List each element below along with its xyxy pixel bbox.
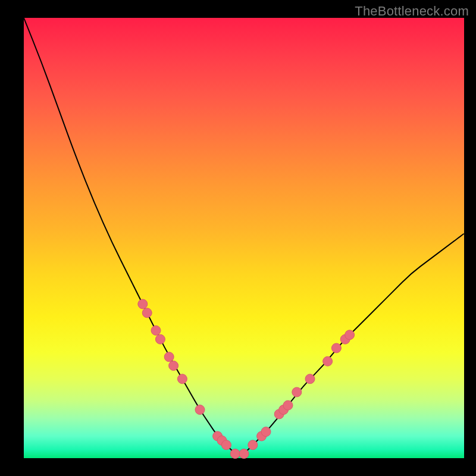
data-marker [230, 449, 240, 459]
data-marker [323, 356, 333, 366]
chart-frame: TheBottleneck.com [0, 0, 476, 476]
data-marker [221, 440, 231, 450]
attribution-label: TheBottleneck.com [355, 4, 469, 19]
data-marker [142, 308, 152, 318]
data-marker [292, 387, 302, 397]
bottleneck-curve [24, 18, 464, 454]
data-marker [305, 374, 315, 384]
chart-svg [24, 18, 464, 458]
data-marker [261, 427, 271, 437]
data-marker [345, 330, 355, 340]
data-marker [155, 334, 165, 344]
data-marker [239, 449, 249, 459]
data-marker [164, 352, 174, 362]
data-marker [177, 374, 187, 384]
data-marker [195, 405, 205, 415]
data-marker [169, 361, 178, 371]
markers-group [138, 299, 355, 459]
data-marker [138, 299, 148, 309]
data-marker [283, 400, 293, 410]
data-marker [331, 343, 341, 353]
plot-area [24, 18, 464, 458]
data-marker [151, 325, 161, 335]
data-marker [248, 440, 258, 450]
